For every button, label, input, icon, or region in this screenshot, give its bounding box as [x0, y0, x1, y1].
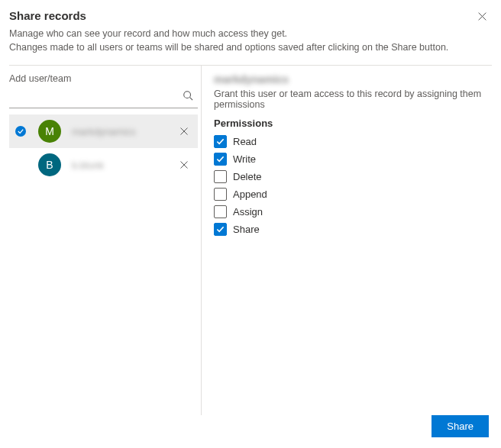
- permission-checkbox[interactable]: [214, 223, 227, 236]
- permission-label: Share: [233, 224, 260, 235]
- user-row[interactable]: M markdynamics: [9, 114, 198, 148]
- permission-label: Append: [233, 189, 267, 200]
- permissions-list: ReadWriteDeleteAppendAssignShare: [214, 135, 489, 236]
- svg-point-0: [184, 92, 191, 98]
- permission-label: Write: [233, 153, 256, 165]
- add-user-input[interactable]: [9, 89, 198, 108]
- permission-row-append[interactable]: Append: [214, 188, 489, 201]
- share-records-dialog: Share records Manage who can see your re…: [0, 0, 501, 448]
- close-icon: [477, 11, 487, 21]
- dialog-subtitle: Manage who can see your record and how m…: [9, 27, 489, 54]
- permission-row-delete[interactable]: Delete: [214, 170, 489, 183]
- user-name-label: b.blunk: [72, 160, 104, 171]
- permission-checkbox[interactable]: [214, 135, 227, 148]
- svg-line-1: [190, 98, 193, 101]
- selected-check-icon: [15, 126, 26, 137]
- right-panel: markdynamics Grant this user or team acc…: [202, 66, 501, 415]
- permission-label: Read: [233, 136, 257, 147]
- permission-row-read[interactable]: Read: [214, 135, 489, 148]
- close-icon: [179, 127, 189, 136]
- avatar: B: [38, 153, 61, 176]
- permission-label: Assign: [233, 206, 263, 218]
- permission-checkbox[interactable]: [214, 205, 227, 218]
- permission-label: Delete: [233, 171, 262, 182]
- permission-row-share[interactable]: Share: [214, 223, 489, 236]
- user-row[interactable]: B b.blunk: [9, 148, 198, 182]
- permission-row-assign[interactable]: Assign: [214, 205, 489, 218]
- close-icon: [179, 160, 189, 169]
- dialog-header: Share records Manage who can see your re…: [0, 0, 501, 60]
- remove-user-button[interactable]: [178, 125, 190, 137]
- close-button[interactable]: [474, 8, 490, 24]
- selected-user-heading: markdynamics: [214, 73, 289, 85]
- share-button[interactable]: Share: [432, 415, 489, 437]
- search-icon[interactable]: [183, 90, 193, 103]
- left-panel: Add user/team M markdynamics: [9, 66, 202, 415]
- dialog-footer: Share: [0, 415, 501, 448]
- user-list: M markdynamics B b.blunk: [9, 114, 201, 182]
- user-name-label: markdynamics: [72, 126, 136, 137]
- permissions-heading: Permissions: [214, 118, 489, 129]
- permission-checkbox[interactable]: [214, 153, 227, 166]
- avatar: M: [38, 120, 61, 143]
- add-user-label: Add user/team: [9, 72, 201, 87]
- permission-checkbox[interactable]: [214, 170, 227, 183]
- grant-description: Grant this user or team access to this r…: [214, 89, 489, 110]
- permission-row-write[interactable]: Write: [214, 153, 489, 166]
- dialog-body: Add user/team M markdynamics: [0, 66, 501, 415]
- permission-checkbox[interactable]: [214, 188, 227, 201]
- dialog-title: Share records: [9, 9, 489, 22]
- remove-user-button[interactable]: [178, 159, 190, 171]
- search-field-wrap[interactable]: [9, 89, 198, 108]
